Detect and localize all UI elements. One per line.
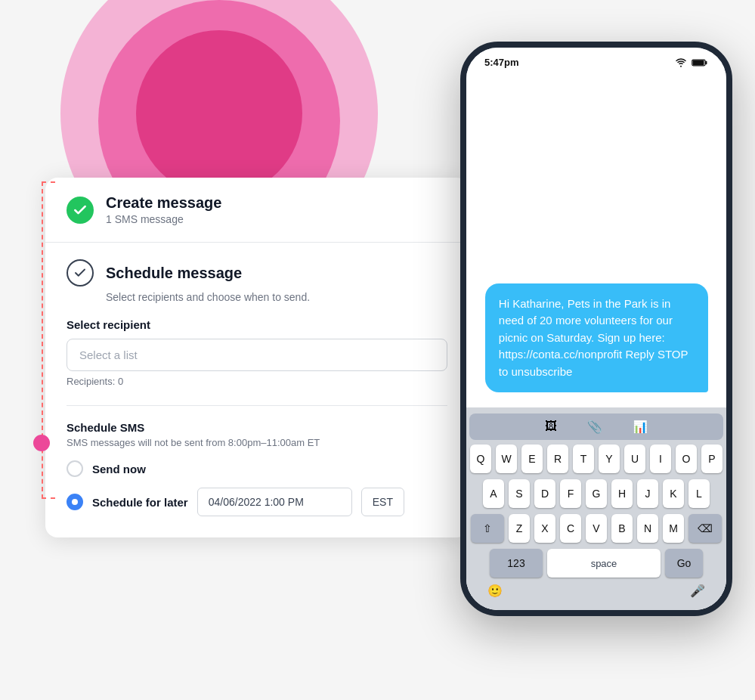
mic-icon[interactable]: 🎤 — [690, 584, 705, 598]
phone-screen: Hi Katharine, Pets in the Park is in nee… — [466, 74, 726, 610]
key-B[interactable]: B — [611, 514, 633, 543]
select-list-dropdown[interactable]: Select a list — [67, 339, 447, 371]
create-message-title: Create message — [106, 194, 221, 212]
battery-icon — [692, 58, 708, 67]
bubble-wrapper: Hi Katharine, Pets in the Park is in nee… — [466, 274, 726, 402]
keyboard-rows: Q W E R T Y U I O P A S — [469, 444, 723, 578]
schedule-card: Create message 1 SMS message Schedule me… — [45, 178, 469, 537]
phone-time: 5:47pm — [484, 57, 519, 68]
key-X[interactable]: X — [534, 514, 555, 543]
phone-screen-content: Hi Katharine, Pets in the Park is in nee… — [466, 74, 726, 610]
keyboard-row-2: A S D F G H J K L — [471, 479, 722, 508]
attachment-icon[interactable]: 📎 — [587, 420, 602, 434]
status-icons — [675, 58, 708, 67]
key-O[interactable]: O — [676, 444, 697, 473]
svg-rect-2 — [693, 60, 704, 64]
key-S[interactable]: S — [509, 479, 530, 508]
bg-circle-inner — [136, 30, 302, 197]
key-N[interactable]: N — [637, 514, 658, 543]
create-message-text: Create message 1 SMS message — [106, 194, 221, 225]
key-backspace[interactable]: ⌫ — [688, 514, 722, 543]
create-message-section: Create message 1 SMS message — [45, 178, 469, 243]
key-C[interactable]: C — [560, 514, 581, 543]
keyboard-row-1: Q W E R T Y U I O P — [471, 444, 722, 473]
photo-icon[interactable]: 🖼 — [545, 420, 557, 434]
key-E[interactable]: E — [521, 444, 543, 473]
keyboard-area: 🖼 📎 📊 Q W E R T Y U I O — [466, 407, 726, 610]
schedule-message-section: Schedule message Select recipients and c… — [45, 243, 469, 537]
key-R[interactable]: R — [547, 444, 568, 473]
key-space[interactable]: space — [547, 549, 661, 578]
keyboard-row-3: ⇧ Z X C V B N M ⌫ — [471, 514, 722, 543]
key-A[interactable]: A — [483, 479, 504, 508]
phone-bottom-bar: 🙂 🎤 — [469, 578, 723, 607]
key-U[interactable]: U — [624, 444, 645, 473]
send-now-option[interactable]: Send now — [67, 460, 447, 477]
key-123[interactable]: 123 — [490, 549, 543, 578]
key-M[interactable]: M — [663, 514, 684, 543]
schedule-message-subtitle: Select recipients and choose when to sen… — [106, 291, 447, 303]
send-now-label: Send now — [92, 463, 146, 475]
schedule-sms-note: SMS messages will not be sent from 8:00p… — [67, 437, 447, 448]
send-now-radio[interactable] — [67, 460, 83, 477]
key-shift[interactable]: ⇧ — [471, 514, 504, 543]
key-L[interactable]: L — [688, 479, 710, 508]
emoji-icon[interactable]: 🙂 — [487, 584, 503, 598]
schedule-sms-label: Schedule SMS — [67, 421, 447, 434]
select-recipient-label: Select recipient — [67, 318, 447, 331]
keyboard-toolbar: 🖼 📎 📊 — [469, 413, 723, 440]
phone-mockup: 5:47pm Hi Katharine, Pets in the Park is… — [460, 42, 732, 616]
schedule-later-label: Schedule for later — [92, 496, 188, 509]
svg-rect-1 — [705, 60, 707, 64]
key-Y[interactable]: Y — [599, 444, 620, 473]
sms-area: Hi Katharine, Pets in the Park is in nee… — [466, 74, 726, 407]
chart-icon[interactable]: 📊 — [633, 420, 648, 434]
key-K[interactable]: K — [663, 479, 684, 508]
keyboard-row-4: 123 space Go — [471, 549, 722, 578]
key-I[interactable]: I — [650, 444, 671, 473]
schedule-message-header: Schedule message — [67, 259, 447, 287]
schedule-later-option: Schedule for later EST — [67, 488, 447, 516]
key-P[interactable]: P — [701, 444, 723, 473]
datetime-input[interactable] — [197, 488, 352, 516]
key-V[interactable]: V — [586, 514, 607, 543]
pink-dot-decoration — [33, 435, 50, 451]
schedule-message-title: Schedule message — [106, 265, 242, 282]
key-F[interactable]: F — [560, 479, 581, 508]
create-message-check-icon — [67, 197, 94, 224]
schedule-check-icon — [67, 259, 94, 287]
create-message-subtitle: 1 SMS message — [106, 213, 221, 225]
wifi-icon — [675, 58, 687, 67]
key-J[interactable]: J — [637, 479, 658, 508]
timezone-badge: EST — [361, 488, 404, 516]
key-Q[interactable]: Q — [470, 444, 491, 473]
recipients-count: Recipients: 0 — [67, 376, 447, 387]
key-go[interactable]: Go — [665, 549, 703, 578]
schedule-later-radio[interactable] — [67, 494, 83, 510]
key-T[interactable]: T — [573, 444, 594, 473]
key-Z[interactable]: Z — [509, 514, 530, 543]
dashed-rect-left — [42, 181, 55, 499]
key-G[interactable]: G — [586, 479, 607, 508]
key-W[interactable]: W — [496, 444, 517, 473]
key-H[interactable]: H — [611, 479, 633, 508]
sms-bubble: Hi Katharine, Pets in the Park is in nee… — [485, 283, 708, 393]
phone-status-bar: 5:47pm — [466, 48, 726, 74]
key-D[interactable]: D — [534, 479, 555, 508]
